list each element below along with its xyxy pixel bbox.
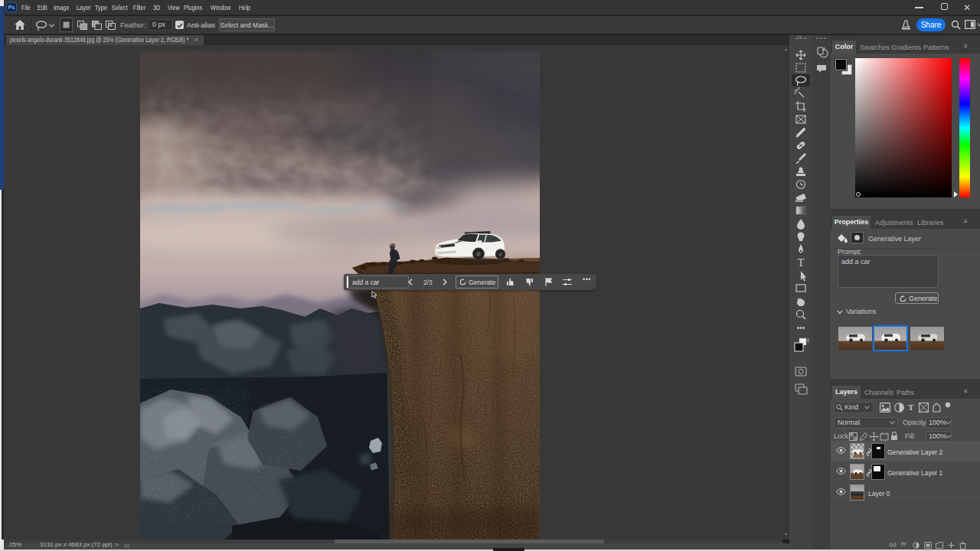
svg-text:T: T xyxy=(798,257,805,269)
svg-text:•••: ••• xyxy=(797,324,805,332)
